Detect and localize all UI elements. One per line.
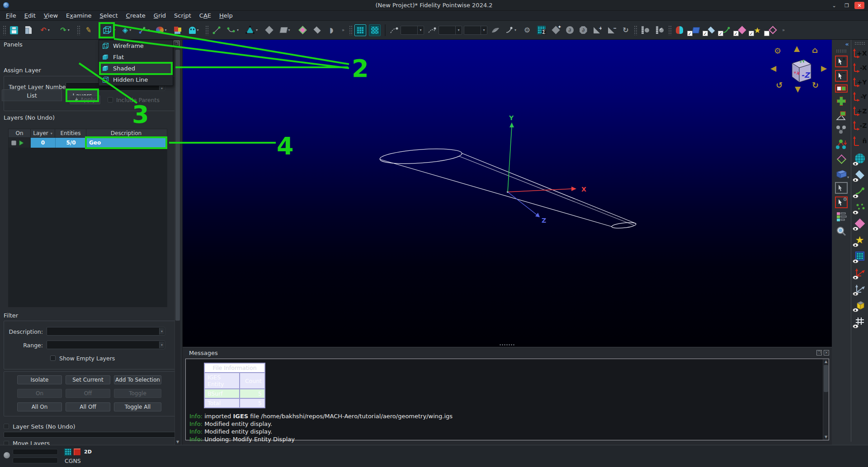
sum-cells-icon[interactable]: Σ	[534, 23, 548, 37]
show-cube-eye-icon[interactable]	[854, 298, 866, 312]
tree-select-icon[interactable]	[835, 139, 848, 150]
messages-scrollbar-thumb[interactable]	[824, 365, 828, 392]
scroll-down-icon[interactable]: ▼	[823, 434, 829, 440]
isolate-button[interactable]: Isolate	[17, 375, 62, 384]
minimize-icon[interactable]: ⌄	[829, 2, 839, 9]
messages-log-area[interactable]: File Information IGES Entity Count BSurf…	[185, 359, 829, 440]
layer-description-cell[interactable]: Geo	[86, 138, 166, 148]
toolbar-grip[interactable]	[349, 25, 353, 35]
polygon-select-icon[interactable]	[835, 153, 848, 165]
overflow-chevrons-icon[interactable]: »	[779, 23, 788, 37]
messages-close-icon[interactable]: ✕	[824, 350, 829, 355]
ghost-hide-icon[interactable]: ▾	[185, 23, 203, 37]
col-description[interactable]: Description	[86, 129, 166, 137]
undo-icon[interactable]: ↶▾	[36, 23, 55, 37]
dock-grip[interactable]	[836, 49, 847, 52]
rotate-up-icon[interactable]: ▲	[794, 44, 800, 52]
show-sources-check-icon[interactable]: ★✓	[749, 23, 763, 37]
layer-row[interactable]: 0 5/0 Geo	[9, 138, 167, 148]
filter-description-input[interactable]: ▾	[47, 327, 165, 336]
point-curve-icon[interactable]: ▾	[137, 23, 153, 37]
collapse-chevrons-icon[interactable]: «	[845, 41, 849, 47]
show-axes-eye-icon[interactable]	[854, 266, 866, 279]
panel-scrollbar[interactable]: ▼	[175, 49, 180, 445]
color-blocks-icon[interactable]	[171, 23, 184, 37]
rotate-left-icon[interactable]: ◀	[770, 64, 776, 72]
save-icon[interactable]	[7, 23, 21, 37]
show-domains-check-icon[interactable]: ✓	[733, 23, 748, 37]
distribution-combo[interactable]: ▾	[464, 26, 487, 35]
triangle-minus-icon[interactable]: −	[605, 23, 618, 37]
dimension-combo[interactable]: ▾	[401, 26, 424, 35]
box-select-cursor-icon[interactable]	[835, 182, 848, 194]
probe-pencil-icon[interactable]: ✎	[81, 23, 96, 37]
menu-item-hidden-line[interactable]: Hidden Line	[99, 74, 173, 85]
menu-cae[interactable]: CAE	[195, 11, 215, 21]
display-style-cube-icon[interactable]: ▾	[100, 23, 118, 37]
menu-help[interactable]: Help	[215, 11, 237, 21]
messages-float-icon[interactable]: ❐	[816, 350, 822, 355]
rotate-cw-icon[interactable]: ↻	[812, 81, 819, 89]
show-domains-eye-icon[interactable]	[854, 217, 866, 230]
select-plus-cursor-icon[interactable]: +	[835, 56, 848, 67]
hide-axes-eye-icon[interactable]	[854, 282, 866, 295]
connector-dimension-icon[interactable]	[388, 23, 400, 37]
triangle-plus-icon[interactable]: +	[590, 23, 604, 37]
show-connectors-eye-icon[interactable]	[854, 184, 866, 198]
open-file-icon[interactable]	[22, 23, 35, 37]
assemble-icon[interactable]: ◗	[325, 23, 338, 37]
all-off-button[interactable]: All Off	[66, 402, 110, 411]
show-connectors-check-icon[interactable]: ✓	[718, 23, 732, 37]
two-point-curve-icon[interactable]	[210, 23, 223, 37]
spacing-combo[interactable]: ▾	[439, 26, 462, 35]
view-minus-z-button[interactable]: -Z	[853, 120, 867, 132]
rotate-down-icon[interactable]: ▼	[795, 85, 801, 93]
menu-item-flat[interactable]: Flat	[99, 51, 173, 63]
viewport-3d[interactable]: Y X Z ⚙ ▲ ⌂ ◀ +Y +X -Z ▶ ↺ ▼ ↻	[183, 40, 832, 347]
split-view-icon[interactable]	[835, 84, 848, 93]
viewport-splitter-handle[interactable]	[499, 344, 515, 346]
layer-sets-combo[interactable]	[4, 432, 177, 438]
panel-float-icon[interactable]: ❐	[174, 41, 179, 47]
show-grid-eye-icon[interactable]	[854, 249, 866, 263]
menu-item-shaded[interactable]: Shaded	[99, 63, 173, 74]
measure-length-icon[interactable]	[638, 23, 652, 37]
set-current-button[interactable]: Set Current	[66, 375, 110, 384]
home-view-icon[interactable]: ⌂	[812, 46, 818, 54]
view-plus-x-button[interactable]: +X	[853, 48, 867, 60]
mask-icon[interactable]	[673, 23, 686, 37]
toolbar-grip[interactable]	[77, 25, 80, 35]
measure-check-icon[interactable]: ✓	[653, 23, 666, 37]
view-plus-z-button[interactable]: +Z	[853, 106, 867, 117]
layer-on-checkbox[interactable]	[11, 140, 16, 145]
maximize-icon[interactable]: ❐	[842, 2, 852, 9]
draw-curve-icon[interactable]: ▾	[224, 23, 242, 37]
block-stack-icon[interactable]: ▾	[835, 168, 848, 179]
show-spacings-check-icon[interactable]	[764, 23, 778, 37]
curve-tools-icon[interactable]: ▾	[503, 23, 520, 37]
link-entities-icon[interactable]	[835, 124, 848, 136]
toolbar-grip[interactable]	[205, 25, 209, 35]
show-planes-eye-icon[interactable]	[854, 168, 866, 182]
menu-edit[interactable]: Edit	[20, 11, 40, 21]
messages-scrollbar[interactable]: ▲ ▼	[823, 359, 829, 440]
toggle-all-button[interactable]: Toggle All	[114, 402, 161, 411]
menu-examine[interactable]: Examine	[62, 11, 95, 21]
view-normal-button[interactable]: n̂	[853, 135, 867, 149]
toolbar-grip[interactable]	[634, 25, 637, 35]
view-minus-x-button[interactable]: -X	[853, 62, 867, 74]
structured-grid-button[interactable]	[354, 23, 367, 37]
apply-button[interactable]: Apply	[70, 95, 100, 104]
add-to-selection-button[interactable]: Add To Selection	[114, 375, 161, 384]
domain-icon[interactable]	[296, 23, 309, 37]
layer-number-cell[interactable]: 0	[31, 138, 55, 148]
col-layer[interactable]: Layer▾	[31, 129, 55, 137]
plane-icon[interactable]	[310, 23, 324, 37]
layer-sets-expander[interactable]	[4, 424, 9, 429]
include-parents-checkbox[interactable]	[108, 97, 113, 103]
refresh-icon[interactable]: ↻	[619, 23, 632, 37]
solve-block-icon[interactable]: ▾	[277, 23, 295, 37]
menu-script[interactable]: Script	[170, 11, 195, 21]
col-on[interactable]: On	[9, 129, 31, 137]
gear-points-icon[interactable]: ⚙	[521, 23, 533, 37]
